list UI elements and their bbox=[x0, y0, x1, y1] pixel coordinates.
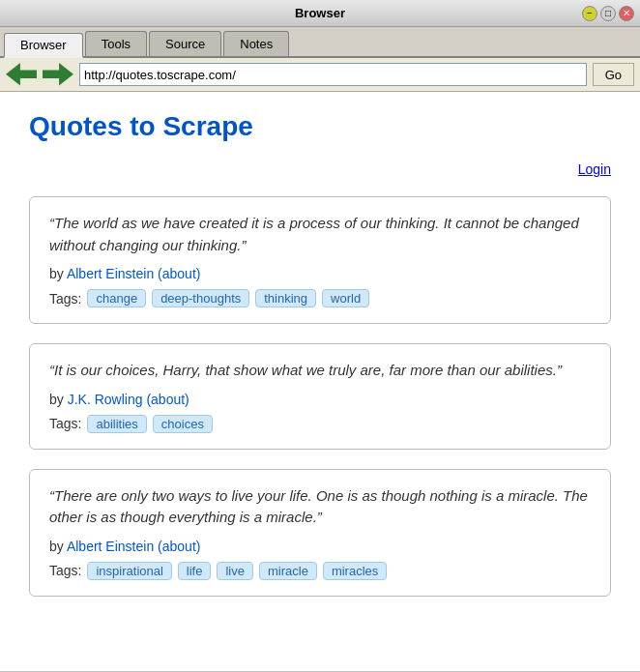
tab-tools[interactable]: Tools bbox=[85, 31, 147, 56]
tab-source[interactable]: Source bbox=[149, 31, 221, 56]
minimize-button[interactable]: − bbox=[582, 6, 597, 21]
toolbar: Go bbox=[0, 58, 640, 92]
tag-change[interactable]: change bbox=[87, 289, 146, 307]
tags-line-2: Tags: abilities choices bbox=[49, 415, 591, 433]
back-button[interactable] bbox=[6, 63, 37, 86]
quote-text-1: “The world as we have created it is a pr… bbox=[49, 213, 591, 256]
tag-world[interactable]: world bbox=[322, 289, 369, 307]
quote-text-2: “It is our choices, Harry, that show wha… bbox=[49, 360, 591, 382]
go-button[interactable]: Go bbox=[593, 63, 634, 86]
tag-inspirational[interactable]: inspirational bbox=[87, 562, 171, 580]
about-link-2[interactable]: (about) bbox=[146, 392, 189, 407]
author-link-3[interactable]: Albert Einstein bbox=[67, 539, 154, 554]
window-title: Browser bbox=[295, 6, 345, 20]
quote-author-2: by J.K. Rowling (about) bbox=[49, 392, 591, 407]
tab-notes[interactable]: Notes bbox=[223, 31, 289, 56]
main-content: Quotes to Scrape Login “The world as we … bbox=[0, 92, 640, 671]
close-button[interactable]: ✕ bbox=[619, 6, 634, 21]
about-link-3[interactable]: (about) bbox=[158, 539, 200, 554]
svg-marker-0 bbox=[6, 63, 37, 85]
tab-bar: Browser Tools Source Notes bbox=[0, 27, 640, 58]
author-link-2[interactable]: J.K. Rowling bbox=[68, 392, 143, 407]
login-link[interactable]: Login bbox=[29, 161, 611, 177]
forward-button[interactable] bbox=[43, 63, 73, 86]
window-controls: − □ ✕ bbox=[582, 6, 634, 21]
tag-deep-thoughts[interactable]: deep-thoughts bbox=[152, 289, 249, 307]
maximize-button[interactable]: □ bbox=[600, 6, 616, 21]
tag-live[interactable]: live bbox=[217, 562, 253, 580]
url-input[interactable] bbox=[79, 63, 587, 86]
quote-author-1: by Albert Einstein (about) bbox=[49, 266, 591, 281]
quote-card-1: “The world as we have created it is a pr… bbox=[29, 196, 611, 324]
tags-line-1: Tags: change deep-thoughts thinking worl… bbox=[49, 289, 591, 307]
tag-abilities[interactable]: abilities bbox=[87, 415, 146, 433]
quote-card-2: “It is our choices, Harry, that show wha… bbox=[29, 343, 611, 450]
svg-marker-1 bbox=[43, 63, 73, 85]
tag-choices[interactable]: choices bbox=[153, 415, 213, 433]
tags-line-3: Tags: inspirational life live miracle mi… bbox=[49, 562, 591, 580]
quote-card-3: “There are only two ways to live your li… bbox=[29, 469, 611, 597]
quote-text-3: “There are only two ways to live your li… bbox=[49, 485, 591, 529]
tag-life[interactable]: life bbox=[178, 562, 212, 580]
page-title: Quotes to Scrape bbox=[29, 111, 611, 142]
tag-miracles[interactable]: miracles bbox=[323, 562, 387, 580]
quote-author-3: by Albert Einstein (about) bbox=[49, 539, 591, 554]
title-bar: Browser − □ ✕ bbox=[0, 0, 640, 27]
about-link-1[interactable]: (about) bbox=[158, 266, 200, 281]
tab-browser[interactable]: Browser bbox=[4, 33, 83, 58]
tag-miracle[interactable]: miracle bbox=[259, 562, 317, 580]
author-link-1[interactable]: Albert Einstein bbox=[67, 266, 154, 281]
tag-thinking[interactable]: thinking bbox=[255, 289, 316, 307]
